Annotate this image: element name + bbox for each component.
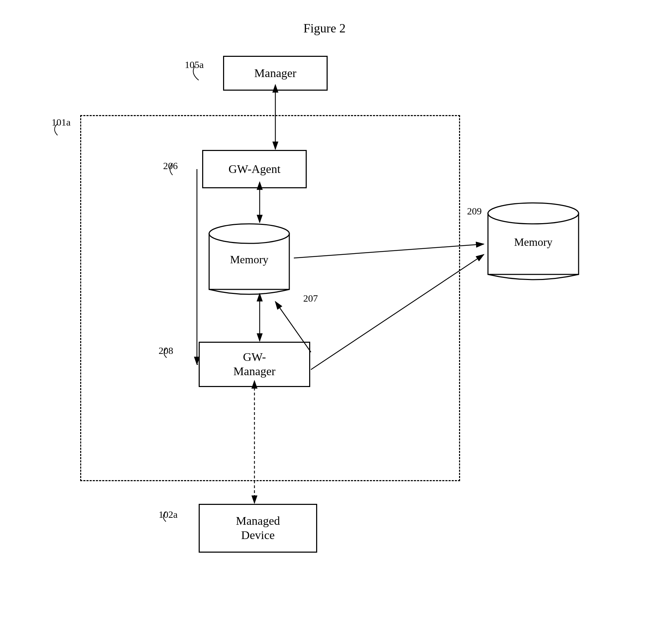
gw-agent-label: GW-Agent: [228, 162, 280, 176]
gw-agent-box: GW-Agent: [202, 150, 307, 188]
gw-manager-label: GW-Manager: [234, 350, 276, 379]
label-105a: 105a: [185, 59, 204, 70]
memory-outer-cylinder: Memory: [484, 202, 582, 286]
label-101a: 101a: [52, 117, 70, 128]
manager-box: Manager: [223, 56, 328, 91]
svg-text:Memory: Memory: [230, 253, 268, 266]
svg-point-4: [488, 203, 579, 224]
memory-inner-cylinder: Memory: [206, 223, 293, 300]
gw-manager-box: GW-Manager: [199, 342, 310, 387]
label-208: 208: [159, 345, 173, 356]
manager-label: Manager: [254, 67, 297, 80]
svg-point-1: [209, 224, 289, 243]
figure-title: Figure 2: [304, 21, 346, 36]
label-206: 206: [163, 160, 178, 172]
label-209: 209: [467, 206, 482, 217]
svg-text:Memory: Memory: [514, 236, 552, 248]
managed-device-box: ManagedDevice: [199, 504, 317, 553]
label-207: 207: [303, 293, 318, 304]
managed-device-label: ManagedDevice: [236, 514, 280, 543]
label-102a: 102a: [159, 509, 177, 520]
